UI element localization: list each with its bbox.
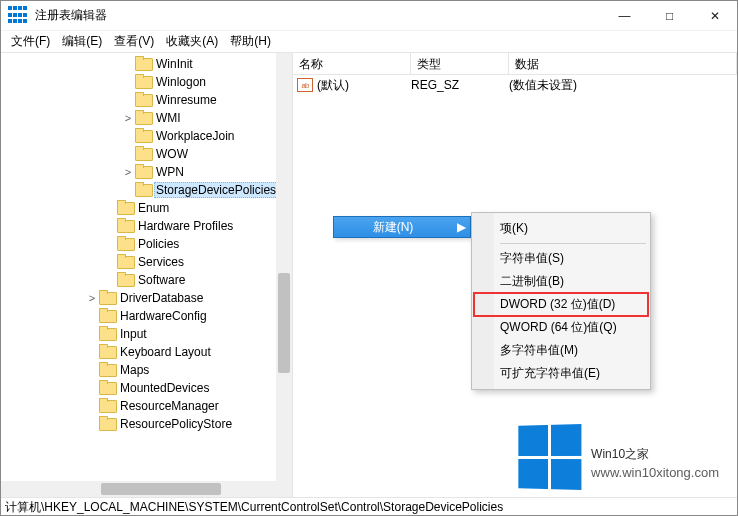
- tree-item[interactable]: >WMI: [1, 109, 292, 127]
- tree-item-label: HardwareConfig: [118, 309, 209, 323]
- folder-icon: [135, 183, 151, 197]
- tree-item[interactable]: ResourcePolicyStore: [1, 415, 292, 433]
- folder-icon: [99, 309, 115, 323]
- context-submenu-new: 项(K) 字符串值(S) 二进制值(B) DWORD (32 位)值(D) QW…: [471, 212, 651, 390]
- watermark: Win10之家 www.win10xitong.com: [517, 425, 719, 489]
- minimize-button[interactable]: —: [602, 1, 647, 31]
- tree-item[interactable]: Input: [1, 325, 292, 343]
- tree-item[interactable]: >DriverDatabase: [1, 289, 292, 307]
- cell-data: (数值未设置): [509, 77, 737, 94]
- tree-expander-icon[interactable]: >: [121, 112, 135, 124]
- folder-icon: [135, 93, 151, 107]
- menu-edit[interactable]: 编辑(E): [56, 31, 108, 52]
- context-menu-new[interactable]: 新建(N) ▶: [333, 216, 471, 238]
- folder-icon: [99, 291, 115, 305]
- folder-icon: [99, 399, 115, 413]
- tree-item-label: WinInit: [154, 57, 195, 71]
- folder-icon: [135, 129, 151, 143]
- menubar: 文件(F) 编辑(E) 查看(V) 收藏夹(A) 帮助(H): [1, 31, 737, 53]
- tree-item-label: Enum: [136, 201, 171, 215]
- menu-view[interactable]: 查看(V): [108, 31, 160, 52]
- list-header: 名称 类型 数据: [293, 53, 737, 75]
- tree-item-label: Software: [136, 273, 187, 287]
- tree-item-label: WPN: [154, 165, 186, 179]
- tree-item[interactable]: StorageDevicePolicies: [1, 181, 292, 199]
- submenu-item-qword[interactable]: QWORD (64 位)值(Q): [474, 316, 648, 339]
- watermark-url: www.win10xitong.com: [591, 465, 719, 480]
- tree-item[interactable]: MountedDevices: [1, 379, 292, 397]
- tree-item[interactable]: Policies: [1, 235, 292, 253]
- folder-icon: [135, 111, 151, 125]
- tree-item[interactable]: >WPN: [1, 163, 292, 181]
- titlebar: 注册表编辑器 — □ ✕: [1, 1, 737, 31]
- menu-help[interactable]: 帮助(H): [224, 31, 277, 52]
- submenu-item-multistring[interactable]: 多字符串值(M): [474, 339, 648, 362]
- string-value-icon: ab: [297, 78, 313, 92]
- submenu-item-binary[interactable]: 二进制值(B): [474, 270, 648, 293]
- tree-item-label: Policies: [136, 237, 181, 251]
- tree-item[interactable]: Maps: [1, 361, 292, 379]
- list-row-default[interactable]: ab (默认) REG_SZ (数值未设置): [293, 75, 737, 95]
- windows-logo-icon: [518, 424, 581, 490]
- submenu-arrow-icon: ▶: [452, 220, 470, 234]
- maximize-button[interactable]: □: [647, 1, 692, 31]
- tree-item[interactable]: WorkplaceJoin: [1, 127, 292, 145]
- tree-item-label: Keyboard Layout: [118, 345, 213, 359]
- tree-item-label: Winresume: [154, 93, 219, 107]
- folder-icon: [99, 417, 115, 431]
- folder-icon: [117, 201, 133, 215]
- submenu-item-string[interactable]: 字符串值(S): [474, 247, 648, 270]
- folder-icon: [99, 363, 115, 377]
- folder-icon: [135, 165, 151, 179]
- folder-icon: [135, 57, 151, 71]
- tree-item-label: ResourceManager: [118, 399, 221, 413]
- tree-expander-icon[interactable]: >: [85, 292, 99, 304]
- context-new-label: 新建(N): [334, 219, 452, 236]
- submenu-item-key[interactable]: 项(K): [474, 217, 648, 240]
- tree-expander-icon[interactable]: >: [121, 166, 135, 178]
- tree-item[interactable]: WinInit: [1, 55, 292, 73]
- tree-horizontal-scrollbar[interactable]: [1, 481, 276, 497]
- tree-item[interactable]: WOW: [1, 145, 292, 163]
- folder-icon: [117, 237, 133, 251]
- tree-vertical-scrollbar[interactable]: [276, 53, 292, 497]
- window-title: 注册表编辑器: [35, 7, 602, 24]
- tree-item[interactable]: ResourceManager: [1, 397, 292, 415]
- submenu-item-expandstring[interactable]: 可扩充字符串值(E): [474, 362, 648, 385]
- tree-item-label: WOW: [154, 147, 190, 161]
- tree-item-label: Input: [118, 327, 149, 341]
- menu-favorites[interactable]: 收藏夹(A): [160, 31, 224, 52]
- folder-icon: [117, 273, 133, 287]
- folder-icon: [117, 219, 133, 233]
- submenu-item-dword[interactable]: DWORD (32 位)值(D): [474, 293, 648, 316]
- regedit-icon: [7, 6, 27, 26]
- tree-item[interactable]: Winresume: [1, 91, 292, 109]
- tree-item-label: Winlogon: [154, 75, 208, 89]
- tree-item[interactable]: Keyboard Layout: [1, 343, 292, 361]
- col-header-name[interactable]: 名称: [293, 53, 411, 74]
- tree-item-label: Services: [136, 255, 186, 269]
- tree-item-label: MountedDevices: [118, 381, 211, 395]
- folder-icon: [135, 147, 151, 161]
- col-header-type[interactable]: 类型: [411, 53, 509, 74]
- tree-item-label: Maps: [118, 363, 151, 377]
- submenu-separator: [500, 243, 646, 244]
- folder-icon: [117, 255, 133, 269]
- tree-item[interactable]: Software: [1, 271, 292, 289]
- tree-item-label: Hardware Profiles: [136, 219, 235, 233]
- tree-item[interactable]: Winlogon: [1, 73, 292, 91]
- tree-item[interactable]: HardwareConfig: [1, 307, 292, 325]
- tree-pane: WinInitWinlogonWinresume>WMIWorkplaceJoi…: [1, 53, 293, 497]
- menu-file[interactable]: 文件(F): [5, 31, 56, 52]
- folder-icon: [99, 381, 115, 395]
- tree-item[interactable]: Enum: [1, 199, 292, 217]
- tree-item[interactable]: Services: [1, 253, 292, 271]
- folder-icon: [135, 75, 151, 89]
- tree-item-label: WorkplaceJoin: [154, 129, 236, 143]
- close-button[interactable]: ✕: [692, 1, 737, 31]
- folder-icon: [99, 327, 115, 341]
- tree-item-label: ResourcePolicyStore: [118, 417, 234, 431]
- statusbar: 计算机\HKEY_LOCAL_MACHINE\SYSTEM\CurrentCon…: [1, 497, 737, 515]
- col-header-data[interactable]: 数据: [509, 53, 737, 74]
- tree-item[interactable]: Hardware Profiles: [1, 217, 292, 235]
